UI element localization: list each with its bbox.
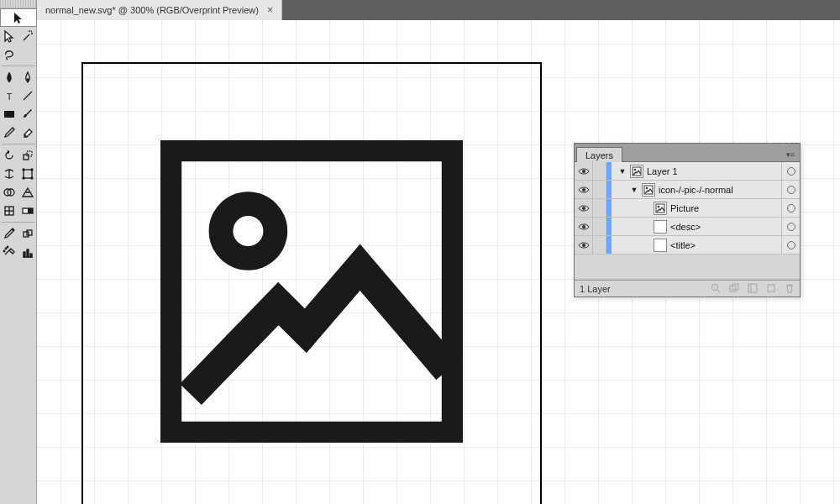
svg-point-30 [233, 216, 263, 246]
target-ring-icon[interactable] [781, 162, 800, 180]
lock-toggle[interactable] [593, 162, 606, 180]
document-tab[interactable]: normal_new.svg* @ 300% (RGB/Overprint Pr… [37, 0, 282, 20]
pen-tool-icon[interactable] [0, 68, 18, 87]
visibility-toggle-icon[interactable] [575, 236, 593, 254]
layer-label: Picture [670, 203, 699, 213]
svg-point-21 [5, 248, 7, 249]
layers-panel[interactable]: ◀◀ ✕ Layers ▾≡ ▼Layer 1▼icon-/-pic-/-nor… [574, 143, 801, 297]
rotate-tool-icon[interactable] [0, 146, 18, 165]
blend-tool-icon[interactable] [18, 224, 37, 243]
type-tool-icon[interactable]: T [0, 87, 18, 105]
svg-text:T: T [7, 92, 13, 102]
panel-grip-icon[interactable] [0, 0, 36, 8]
panel-tab-strip: Layers ▾≡ [575, 144, 800, 162]
svg-rect-46 [748, 284, 757, 292]
visibility-toggle-icon[interactable] [575, 218, 593, 235]
svg-line-43 [717, 290, 720, 292]
svg-rect-27 [30, 254, 32, 257]
svg-rect-6 [24, 170, 32, 178]
layer-row[interactable]: ▼icon-/-pic-/-normal [575, 181, 800, 199]
free-transform-tool-icon[interactable] [18, 165, 37, 183]
disclosure-triangle-icon[interactable]: ▼ [618, 167, 627, 176]
layer-count-label: 1 Layer [580, 284, 611, 294]
svg-point-23 [7, 246, 8, 248]
svg-point-8 [31, 169, 33, 171]
curvature-tool-icon[interactable] [18, 68, 37, 87]
layer-main[interactable]: Picture [612, 199, 781, 217]
layers-tab[interactable]: Layers [576, 147, 622, 162]
visibility-toggle-icon[interactable] [575, 199, 593, 217]
layer-main[interactable]: ▼Layer 1 [612, 162, 781, 180]
svg-rect-4 [24, 155, 29, 160]
create-sublayer-icon[interactable] [748, 283, 758, 295]
scale-tool-icon[interactable] [18, 146, 37, 165]
layers-empty-area [575, 255, 800, 280]
document-tab-title: normal_new.svg* @ 300% (RGB/Overprint Pr… [45, 5, 259, 15]
tool-grid: T [0, 8, 36, 261]
lock-toggle[interactable] [593, 218, 606, 235]
tool-panel: T [0, 0, 37, 504]
lock-toggle[interactable] [593, 181, 606, 198]
new-layer-icon[interactable] [766, 283, 776, 295]
svg-point-9 [23, 177, 24, 179]
pencil-tool-icon[interactable] [0, 123, 18, 142]
layers-list: ▼Layer 1▼icon-/-pic-/-normalPicture<desc… [575, 162, 800, 280]
magic-wand-tool-icon[interactable] [18, 27, 37, 45]
lasso-tool-icon[interactable] [0, 45, 18, 64]
close-icon[interactable]: × [267, 4, 273, 16]
make-clipping-mask-icon[interactable] [729, 283, 739, 295]
tool-separator [2, 222, 35, 223]
svg-point-33 [634, 168, 637, 171]
visibility-toggle-icon[interactable] [575, 181, 593, 198]
svg-point-42 [712, 284, 718, 290]
layer-row[interactable]: <desc> [575, 218, 800, 236]
svg-point-31 [582, 170, 585, 173]
locate-object-icon[interactable] [711, 283, 721, 295]
svg-rect-19 [24, 232, 29, 237]
layer-row[interactable]: ▼Layer 1 [575, 162, 800, 181]
target-ring-icon[interactable] [781, 218, 800, 235]
mesh-tool-icon[interactable] [0, 202, 18, 220]
gradient-tool-icon[interactable] [18, 202, 37, 220]
disclosure-triangle-icon[interactable]: ▼ [630, 186, 638, 194]
layer-label: Layer 1 [647, 166, 678, 176]
layer-main[interactable]: <desc> [612, 218, 781, 235]
svg-line-2 [24, 92, 32, 100]
svg-point-39 [658, 205, 660, 207]
paintbrush-tool-icon[interactable] [18, 105, 37, 123]
lock-toggle[interactable] [593, 236, 606, 254]
rectangle-tool-icon[interactable] [0, 105, 18, 123]
svg-rect-26 [27, 249, 29, 257]
delete-layer-icon[interactable] [785, 283, 795, 295]
target-ring-icon[interactable] [781, 199, 800, 217]
lock-toggle[interactable] [593, 199, 606, 217]
panel-flyout-menu-icon[interactable]: ▾≡ [783, 150, 800, 161]
width-tool-icon[interactable] [0, 165, 18, 183]
layer-main[interactable]: <title> [612, 236, 781, 254]
eraser-tool-icon[interactable] [18, 123, 37, 142]
target-ring-icon[interactable] [781, 236, 800, 254]
eyedropper-tool-icon[interactable] [0, 224, 18, 243]
column-graph-tool-icon[interactable] [18, 243, 37, 261]
symbol-sprayer-tool-icon[interactable] [0, 243, 18, 261]
svg-point-7 [23, 169, 24, 171]
picture-artwork[interactable] [160, 140, 463, 443]
layer-label: <title> [670, 240, 696, 250]
layers-panel-footer: 1 Layer [575, 280, 800, 297]
layer-row[interactable]: Picture [575, 199, 800, 218]
visibility-toggle-icon[interactable] [575, 162, 593, 180]
svg-point-34 [582, 188, 585, 192]
line-segment-tool-icon[interactable] [18, 87, 37, 105]
layer-thumbnail [654, 202, 667, 215]
document-tab-bar: normal_new.svg* @ 300% (RGB/Overprint Pr… [37, 0, 840, 20]
svg-rect-3 [4, 111, 14, 118]
direct-selection-tool-icon[interactable] [0, 27, 18, 45]
layer-main[interactable]: ▼icon-/-pic-/-normal [612, 181, 781, 198]
target-ring-icon[interactable] [781, 181, 800, 198]
svg-point-22 [3, 250, 5, 252]
selection-tool-icon[interactable] [0, 8, 37, 27]
layer-row[interactable]: <title> [575, 236, 800, 255]
svg-rect-17 [23, 208, 28, 213]
perspective-grid-tool-icon[interactable] [18, 183, 37, 202]
shape-builder-tool-icon[interactable] [0, 183, 18, 202]
